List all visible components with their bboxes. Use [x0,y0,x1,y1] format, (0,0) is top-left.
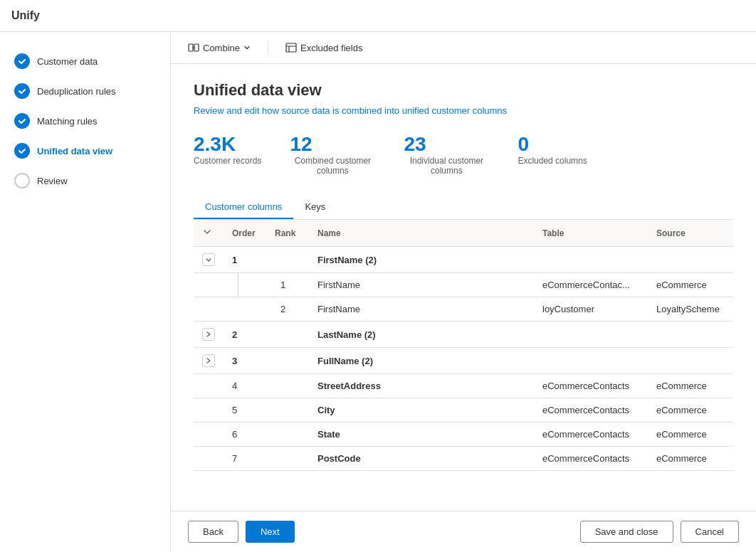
col-header-rank: Rank [266,220,309,247]
row-name: State [309,423,534,447]
footer-left: Back Next [188,521,295,543]
sidebar-item-label-matching-rules: Matching rules [37,116,98,127]
table-row[interactable]: 3 FullName (2) [194,348,733,374]
child-name: FirstName [309,273,534,297]
col-header-source: Source [648,220,733,247]
stat-customer-records: 2.3K Customer records [194,133,261,176]
row-rank [266,322,309,348]
stat-combined-columns: 12 Combined customer columns [290,133,375,176]
stat-value-individual-columns: 23 [404,133,426,156]
tab-customer-columns[interactable]: Customer columns [194,196,293,219]
table-row: 6 State eCommerceContacts eCommerce [194,423,733,447]
excluded-fields-button[interactable]: Excluded fields [280,39,368,56]
row-order: 1 [224,247,266,273]
child-rank: 2 [266,297,309,322]
row-expander[interactable] [194,322,224,348]
sidebar-item-matching-rules[interactable]: Matching rules [0,106,170,136]
tab-keys[interactable]: Keys [293,196,337,219]
page-title: Unified data view [194,81,733,100]
toolbar: Combine Excluded fields [171,32,756,64]
row-source [648,348,733,374]
sidebar-item-label-customer-data: Customer data [37,56,98,67]
row-source: eCommerce [648,423,733,447]
row-table: eCommerceContacts [534,398,648,423]
row-expander[interactable] [194,247,224,273]
child-source: LoyaltyScheme [648,297,733,322]
page-content: Unified data view Review and edit how so… [171,64,756,511]
table-row: 1 FirstName eCommerceContac... eCommerce [194,273,733,297]
stat-individual-columns: 23 Individual customer columns [404,133,489,176]
col-header-name: Name [309,220,534,247]
row-name: StreetAddress [309,374,534,398]
expand-button[interactable] [202,328,215,341]
col-header-order: Order [224,220,266,247]
excluded-fields-icon [285,42,297,53]
child-table: loyCustomer [534,297,648,322]
sidebar-item-deduplication-rules[interactable]: Deduplication rules [0,76,170,106]
row-order: 3 [224,348,266,374]
main-layout: Customer data Deduplication rules Matchi… [0,32,756,552]
cancel-button[interactable]: Cancel [681,521,739,543]
table-header-row: Order Rank Name Table Source [194,220,733,247]
row-name: FullName (2) [309,348,534,374]
child-rank: 1 [266,273,309,297]
combine-button[interactable]: Combine [182,39,256,56]
table-row[interactable]: 2 LastName (2) [194,322,733,348]
row-source [648,247,733,273]
sidebar: Customer data Deduplication rules Matchi… [0,32,171,552]
back-button[interactable]: Back [188,521,238,543]
row-table [534,348,648,374]
stat-label-combined-columns: Combined customer columns [290,156,375,176]
svg-rect-0 [189,44,193,51]
stats-row: 2.3K Customer records 12 Combined custom… [194,133,733,176]
sidebar-item-unified-data-view[interactable]: Unified data view [0,136,170,166]
step-icon-unified-data-view [14,143,30,159]
row-name: FirstName (2) [309,247,534,273]
table-row: 2 FirstName loyCustomer LoyaltyScheme [194,297,733,322]
step-icon-customer-data [14,53,30,69]
tabs: Customer columns Keys [194,196,733,220]
row-rank [266,423,309,447]
row-source: eCommerce [648,398,733,423]
row-table [534,247,648,273]
save-close-button[interactable]: Save and close [580,521,673,543]
page-subtitle: Review and edit how source data is combi… [194,105,733,116]
row-source: eCommerce [648,374,733,398]
step-icon-matching-rules [14,113,30,129]
table-row: 4 StreetAddress eCommerceContacts eComme… [194,374,733,398]
chevron-down-icon [243,44,251,51]
col-header-table: Table [534,220,648,247]
sidebar-item-review[interactable]: Review [0,166,170,196]
sidebar-item-label-unified-data-view: Unified data view [37,146,112,156]
child-table: eCommerceContac... [534,273,648,297]
row-order: 4 [224,374,266,398]
row-source [648,322,733,348]
footer-right: Save and close Cancel [580,521,739,543]
step-icon-deduplication-rules [14,83,30,99]
footer: Back Next Save and close Cancel [171,511,756,552]
top-bar: Unify [0,0,756,32]
row-expander[interactable] [194,348,224,374]
table-row: 7 PostCode eCommerceContacts eCommerce [194,447,733,471]
toolbar-divider [268,41,268,55]
sidebar-item-customer-data[interactable]: Customer data [0,46,170,76]
row-rank [266,398,309,423]
combine-icon [188,42,199,53]
row-table: eCommerceContacts [534,447,648,471]
app-title: Unify [11,9,40,22]
expand-button[interactable] [202,354,215,367]
row-order: 6 [224,423,266,447]
row-source: eCommerce [648,447,733,471]
col-header-expander [194,220,224,247]
row-name: City [309,398,534,423]
stat-label-excluded-columns: Excluded columns [518,156,587,166]
sidebar-item-label-review: Review [37,176,68,186]
row-table [534,322,648,348]
row-rank [266,374,309,398]
expand-button[interactable] [202,253,215,266]
step-icon-review [14,173,30,189]
row-rank [266,247,309,273]
next-button[interactable]: Next [246,521,295,543]
row-name: LastName (2) [309,322,534,348]
table-row[interactable]: 1 FirstName (2) [194,247,733,273]
